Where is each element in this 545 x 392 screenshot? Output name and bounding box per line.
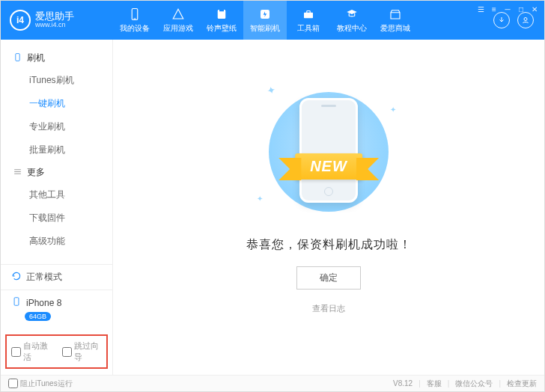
phone-outline-icon bbox=[13, 52, 22, 64]
more-icon bbox=[13, 167, 22, 179]
sidebar: 刷机 iTunes刷机 一键刷机 专业刷机 批量刷机 更多 其他工具 下载固件 … bbox=[1, 40, 113, 375]
sparkle-icon: ✦ bbox=[390, 105, 396, 114]
minimize-icon[interactable]: ─ bbox=[502, 4, 513, 14]
sidebar-item-pro[interactable]: 专业刷机 bbox=[1, 115, 112, 138]
sparkle-icon: ✦ bbox=[266, 84, 278, 98]
sidebar-item-batch[interactable]: 批量刷机 bbox=[1, 138, 112, 162]
brand-title: 爱思助手 bbox=[35, 11, 74, 22]
check-update-link[interactable]: 检查更新 bbox=[507, 379, 537, 389]
app-header: i4 爱思助手 www.i4.cn 我的设备 应用游戏 铃声壁纸 智能刷机 工具… bbox=[1, 1, 544, 40]
svg-rect-12 bbox=[14, 298, 19, 306]
device-name: iPhone 8 bbox=[26, 298, 61, 308]
close-icon[interactable]: ✕ bbox=[529, 4, 540, 14]
nav-label: 教程中心 bbox=[337, 23, 367, 34]
main-nav: 我的设备 应用游戏 铃声壁纸 智能刷机 工具箱 教程中心 爱思商城 bbox=[113, 1, 493, 40]
refresh-icon bbox=[11, 271, 22, 284]
logo-icon: i4 bbox=[10, 10, 31, 31]
sidebar-item-itunes[interactable]: iTunes刷机 bbox=[1, 69, 112, 92]
view-log-link[interactable]: 查看日志 bbox=[312, 303, 345, 314]
nav-apps[interactable]: 应用游戏 bbox=[156, 1, 200, 40]
download-icon[interactable] bbox=[493, 12, 510, 28]
main-content: ✦ ✦ ✦ NEW 恭喜您，保资料刷机成功啦！ 确定 查看日志 bbox=[113, 40, 544, 375]
mode-label: 正常模式 bbox=[26, 271, 62, 284]
auto-activate-checkbox[interactable]: 自动激活 bbox=[11, 340, 52, 363]
nav-my-device[interactable]: 我的设备 bbox=[113, 1, 156, 40]
nav-store[interactable]: 爱思商城 bbox=[374, 1, 417, 40]
brand-area: i4 爱思助手 www.i4.cn bbox=[1, 10, 113, 31]
success-message: 恭喜您，保资料刷机成功啦！ bbox=[246, 237, 412, 253]
svg-rect-0 bbox=[132, 8, 138, 19]
wechat-link[interactable]: 微信公众号 bbox=[455, 379, 493, 389]
device-mode-status[interactable]: 正常模式 bbox=[1, 264, 112, 290]
kefu-link[interactable]: 客服 bbox=[427, 379, 442, 389]
version-label: V8.12 bbox=[393, 379, 412, 388]
user-icon[interactable] bbox=[517, 12, 534, 28]
group-label: 刷机 bbox=[27, 52, 45, 64]
svg-rect-6 bbox=[307, 10, 311, 13]
music-icon bbox=[215, 7, 228, 21]
sidebar-group-more: 更多 bbox=[1, 162, 112, 183]
footer-bar: 阻止iTunes运行 V8.12 | 客服 | 微信公众号 | 检查更新 bbox=[1, 375, 544, 391]
nav-tutorial[interactable]: 教程中心 bbox=[330, 1, 374, 40]
storage-badge: 64GB bbox=[25, 312, 51, 321]
sidebar-item-download[interactable]: 下载固件 bbox=[1, 206, 112, 230]
svg-rect-8 bbox=[16, 53, 19, 61]
device-phone-icon bbox=[11, 296, 22, 309]
sidebar-item-other[interactable]: 其他工具 bbox=[1, 183, 112, 206]
svg-point-7 bbox=[524, 18, 527, 21]
sidebar-item-onekey[interactable]: 一键刷机 bbox=[1, 92, 112, 115]
nav-label: 智能刷机 bbox=[250, 23, 280, 34]
nav-label: 爱思商城 bbox=[380, 23, 410, 34]
apps-icon bbox=[171, 7, 185, 21]
sidebar-item-advanced[interactable]: 高级功能 bbox=[1, 230, 112, 253]
nav-toolbox[interactable]: 工具箱 bbox=[287, 1, 330, 40]
flash-icon bbox=[258, 7, 272, 21]
skip-guide-checkbox[interactable]: 跳过向导 bbox=[62, 340, 103, 363]
device-info[interactable]: iPhone 8 64GB bbox=[1, 290, 112, 328]
nav-label: 我的设备 bbox=[120, 23, 150, 34]
window-controls: ☰ ≡ ─ □ ✕ bbox=[475, 4, 540, 14]
header-right bbox=[493, 12, 544, 28]
confirm-button[interactable]: 确定 bbox=[296, 266, 361, 290]
new-ribbon: NEW bbox=[295, 153, 362, 180]
brand-site: www.i4.cn bbox=[35, 22, 74, 29]
toolbox-icon bbox=[302, 7, 315, 21]
svg-rect-3 bbox=[219, 10, 224, 11]
tutorial-icon bbox=[345, 7, 359, 21]
body: 刷机 iTunes刷机 一键刷机 专业刷机 批量刷机 更多 其他工具 下载固件 … bbox=[1, 40, 544, 375]
nav-label: 铃声壁纸 bbox=[207, 23, 237, 34]
flash-options-highlight: 自动激活 跳过向导 bbox=[5, 334, 108, 369]
sidebar-group-flash: 刷机 bbox=[1, 47, 112, 69]
menu-icon[interactable]: ☰ bbox=[475, 4, 486, 14]
settings-icon[interactable]: ≡ bbox=[489, 4, 499, 14]
nav-flash[interactable]: 智能刷机 bbox=[243, 1, 287, 40]
nav-label: 应用游戏 bbox=[163, 23, 193, 34]
group-label: 更多 bbox=[27, 166, 45, 179]
maximize-icon[interactable]: □ bbox=[516, 4, 526, 14]
sparkle-icon: ✦ bbox=[257, 195, 263, 203]
store-icon bbox=[389, 7, 402, 21]
block-itunes-checkbox[interactable]: 阻止iTunes运行 bbox=[8, 379, 73, 389]
success-illustration: ✦ ✦ ✦ NEW bbox=[246, 85, 411, 219]
phone-icon bbox=[128, 7, 141, 21]
nav-ringtone[interactable]: 铃声壁纸 bbox=[200, 1, 243, 40]
phone-illustration bbox=[299, 98, 358, 203]
nav-label: 工具箱 bbox=[297, 23, 320, 34]
